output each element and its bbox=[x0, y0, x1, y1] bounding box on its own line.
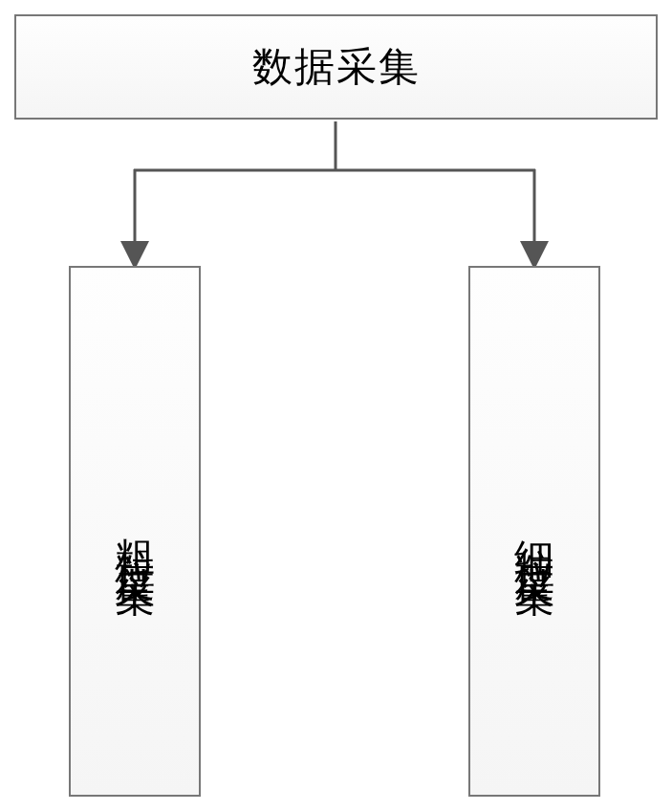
child-label-coarse: 粗粒度采集 bbox=[108, 508, 162, 556]
root-node: 数据采集 bbox=[14, 14, 658, 120]
root-label: 数据采集 bbox=[252, 40, 421, 94]
connector-lines bbox=[0, 120, 672, 273]
child-label-fine: 细粒度采集 bbox=[508, 508, 561, 556]
child-node-fine: 细粒度采集 bbox=[468, 266, 600, 797]
diagram-container: 数据采集 粗粒度采集 细粒度采集 bbox=[0, 0, 672, 811]
child-node-coarse: 粗粒度采集 bbox=[69, 266, 201, 797]
